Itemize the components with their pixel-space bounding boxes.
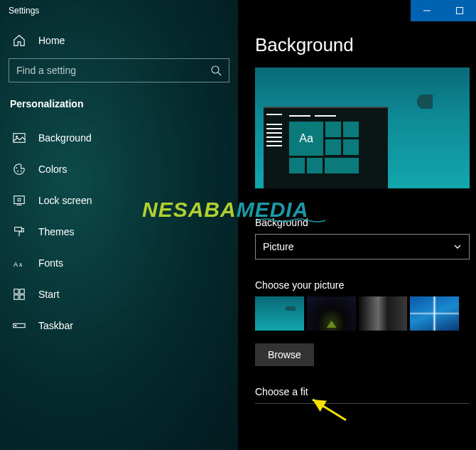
- start-icon: [13, 288, 26, 301]
- sidebar-item-background[interactable]: Background: [0, 122, 238, 154]
- svg-text:A: A: [13, 261, 18, 268]
- choose-fit-label: Choose a fit: [255, 386, 459, 397]
- svg-point-7: [17, 171, 18, 172]
- dropdown-value: Picture: [263, 241, 294, 252]
- sidebar-item-taskbar[interactable]: Taskbar: [0, 310, 238, 341]
- svg-rect-10: [18, 198, 21, 201]
- window-controls: [411, 0, 476, 21]
- svg-rect-16: [20, 289, 24, 294]
- choose-picture-label: Choose your picture: [255, 279, 459, 291]
- preview-wallpaper-subject: [414, 95, 448, 109]
- search-input[interactable]: [16, 65, 210, 76]
- sidebar-item-fonts[interactable]: AA Fonts: [0, 247, 238, 279]
- picture-icon: [13, 132, 26, 144]
- svg-point-8: [21, 171, 22, 172]
- background-type-dropdown[interactable]: Picture: [255, 234, 470, 259]
- chevron-down-icon: [453, 242, 462, 251]
- background-preview: Aa: [255, 68, 470, 188]
- svg-rect-1: [457, 8, 463, 14]
- sidebar-item-label: Themes: [38, 226, 75, 237]
- category-heading: Personalization: [0, 95, 238, 122]
- sidebar-item-themes[interactable]: Themes: [0, 216, 238, 247]
- sidebar-item-label: Colors: [38, 164, 67, 175]
- svg-rect-15: [14, 289, 18, 294]
- sidebar-item-start[interactable]: Start: [0, 279, 238, 310]
- sidebar: Home Personalization Background Colors L…: [0, 0, 238, 450]
- home-nav[interactable]: Home: [0, 26, 238, 58]
- home-label: Home: [38, 35, 65, 46]
- palette-icon: [13, 163, 26, 176]
- svg-point-5: [16, 136, 18, 138]
- home-icon: [13, 34, 26, 47]
- minimize-button[interactable]: [411, 0, 443, 21]
- sidebar-item-label: Lock screen: [38, 195, 92, 206]
- picture-thumbnails: [255, 296, 459, 331]
- sidebar-item-label: Fonts: [38, 257, 63, 269]
- browse-button[interactable]: Browse: [255, 343, 314, 366]
- svg-rect-20: [15, 325, 17, 326]
- picture-thumb-1[interactable]: [255, 296, 304, 331]
- minimize-icon: [423, 7, 431, 14]
- svg-rect-18: [20, 295, 24, 299]
- svg-text:A: A: [19, 262, 23, 267]
- paint-icon: [13, 225, 26, 238]
- preview-sample-tile: Aa: [289, 122, 323, 156]
- background-dropdown-label: Background: [255, 217, 459, 228]
- picture-thumb-4[interactable]: [410, 296, 459, 331]
- lock-icon: [13, 194, 26, 207]
- svg-rect-9: [14, 196, 24, 204]
- maximize-button[interactable]: [443, 0, 476, 21]
- taskbar-icon: [13, 319, 26, 332]
- svg-rect-12: [15, 227, 22, 231]
- picture-thumb-2[interactable]: [307, 296, 356, 331]
- window-title: Settings: [0, 6, 39, 16]
- sidebar-item-label: Start: [38, 289, 60, 300]
- fit-divider: [255, 403, 470, 404]
- sidebar-item-lock-screen[interactable]: Lock screen: [0, 185, 238, 216]
- sidebar-item-colors[interactable]: Colors: [0, 154, 238, 185]
- svg-rect-17: [14, 295, 18, 299]
- content-pane: Background Aa Background: [238, 0, 476, 450]
- sidebar-item-label: Taskbar: [38, 320, 73, 331]
- page-title: Background: [255, 34, 459, 56]
- search-icon: [210, 65, 222, 76]
- search-container: [9, 58, 229, 82]
- font-icon: AA: [13, 257, 26, 269]
- preview-desktop-mock: Aa: [264, 107, 388, 188]
- svg-line-3: [218, 73, 221, 75]
- titlebar: Settings: [0, 0, 476, 21]
- maximize-icon: [456, 7, 463, 14]
- svg-point-6: [16, 167, 18, 168]
- picture-thumb-3[interactable]: [359, 296, 408, 331]
- search-box[interactable]: [9, 58, 229, 82]
- svg-point-2: [212, 66, 219, 73]
- sidebar-item-label: Background: [38, 132, 92, 144]
